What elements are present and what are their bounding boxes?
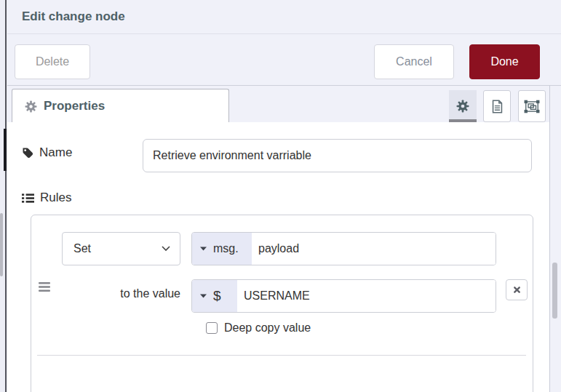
tab-properties-label: Properties (44, 99, 105, 113)
value-input[interactable] (237, 280, 496, 312)
property-type-button[interactable]: msg. (192, 233, 252, 265)
x-icon (513, 286, 521, 294)
property-type-label: msg. (213, 242, 239, 255)
value-type-button[interactable]: $ (192, 280, 237, 312)
tray-scrollbar[interactable] (549, 85, 561, 392)
gear-icon (25, 100, 37, 113)
rule-action-value: Set (73, 242, 91, 255)
tab-bar: Properties (7, 85, 549, 122)
rules-list: Set msg. (31, 215, 533, 392)
rule-divider (37, 355, 526, 356)
remove-rule-button[interactable] (506, 279, 528, 300)
tag-icon (22, 147, 33, 159)
name-label-text: Name (39, 145, 72, 160)
workspace-left-edge (0, 0, 7, 392)
gear-icon (456, 100, 469, 113)
caret-down-icon (200, 247, 207, 251)
dialog-title: Edit change node (22, 9, 125, 24)
list-icon (22, 193, 34, 204)
appearance-view-button[interactable] (518, 90, 546, 122)
done-button[interactable]: Done (469, 44, 540, 79)
to-the-value-label: to the value (53, 287, 180, 300)
properties-panel: Name Rules Set (7, 122, 549, 392)
name-input[interactable] (143, 139, 532, 172)
deep-copy-row: Deep copy value (206, 321, 311, 335)
deep-copy-checkbox[interactable] (206, 322, 218, 334)
rules-section-label: Rules (22, 191, 71, 205)
rule-action-select[interactable]: Set (62, 232, 180, 265)
edit-tray: Edit change node Delete Cancel Done Prop… (7, 0, 561, 392)
dialog-toolbar: Delete Cancel Done (7, 34, 561, 85)
name-field-label: Name (22, 145, 72, 160)
cancel-button[interactable]: Cancel (374, 44, 454, 79)
description-view-button[interactable] (483, 90, 511, 122)
rule-property-typed-input: msg. (191, 232, 496, 265)
rules-label-text: Rules (40, 191, 71, 205)
tray-left-border (5, 0, 7, 392)
dialog-header: Edit change node (7, 0, 561, 34)
delete-button[interactable]: Delete (15, 44, 90, 79)
caret-down-icon (200, 294, 207, 298)
chevron-down-icon (162, 246, 170, 252)
env-var-type-label: $ (213, 288, 221, 304)
rule-drag-handle-icon[interactable] (39, 282, 50, 292)
left-scrollbar-thumb[interactable] (0, 213, 3, 276)
appearance-icon (524, 100, 540, 113)
description-icon (491, 100, 504, 113)
property-input[interactable] (252, 233, 496, 265)
rule-value-typed-input: $ (191, 279, 496, 313)
deep-copy-label: Deep copy value (224, 321, 311, 335)
tray-scrollbar-thumb[interactable] (552, 263, 557, 319)
edit-change-node-dialog: Edit change node Delete Cancel Done Prop… (0, 0, 561, 392)
tab-properties[interactable]: Properties (12, 89, 229, 123)
properties-view-button[interactable] (449, 90, 477, 122)
workspace-node-fragment (4, 129, 7, 171)
